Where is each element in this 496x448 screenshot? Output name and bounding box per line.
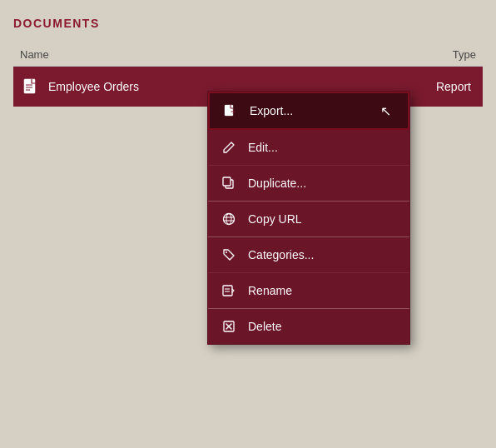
menu-label-export: Export... bbox=[250, 104, 293, 117]
export-icon bbox=[223, 103, 238, 118]
row-left: Employee Orders bbox=[22, 77, 139, 96]
globe-icon bbox=[221, 212, 236, 226]
menu-label-categories: Categories... bbox=[248, 248, 314, 261]
context-menu: Export... ↖ Edit... Duplicate... bbox=[207, 91, 410, 345]
page-container: DOCUMENTS Name Type Employee Orders Repo… bbox=[0, 0, 496, 448]
svg-point-11 bbox=[226, 251, 227, 253]
menu-item-delete[interactable]: Delete bbox=[208, 309, 409, 344]
rename-icon bbox=[221, 283, 236, 298]
menu-label-edit: Edit... bbox=[248, 141, 278, 154]
menu-item-rename[interactable]: Rename bbox=[208, 273, 409, 309]
svg-rect-0 bbox=[24, 79, 35, 93]
svg-rect-12 bbox=[223, 286, 232, 296]
menu-label-delete: Delete bbox=[248, 320, 281, 333]
menu-label-rename: Rename bbox=[248, 284, 292, 297]
menu-item-edit[interactable]: Edit... bbox=[208, 130, 409, 166]
row-type: Report bbox=[436, 80, 471, 93]
col-type-header: Type bbox=[453, 48, 476, 61]
row-name: Employee Orders bbox=[48, 80, 139, 93]
delete-icon bbox=[221, 319, 236, 334]
svg-point-7 bbox=[224, 214, 235, 225]
duplicate-icon bbox=[221, 176, 236, 191]
svg-rect-6 bbox=[223, 177, 231, 186]
menu-item-duplicate[interactable]: Duplicate... bbox=[208, 166, 409, 202]
table-header: Name Type bbox=[13, 43, 483, 67]
edit-icon bbox=[221, 140, 236, 155]
section-title: DOCUMENTS bbox=[13, 17, 483, 30]
document-icon bbox=[22, 77, 40, 96]
menu-item-categories[interactable]: Categories... bbox=[208, 237, 409, 273]
col-name-header: Name bbox=[20, 48, 49, 61]
svg-point-8 bbox=[226, 214, 231, 225]
menu-item-copy-url[interactable]: Copy URL bbox=[208, 202, 409, 237]
cursor-icon: ↖ bbox=[380, 103, 391, 119]
svg-rect-4 bbox=[225, 105, 233, 116]
menu-label-copy-url: Copy URL bbox=[248, 212, 302, 226]
menu-item-export[interactable]: Export... ↖ bbox=[208, 92, 409, 130]
tag-icon bbox=[221, 247, 236, 262]
menu-label-duplicate: Duplicate... bbox=[248, 177, 306, 190]
